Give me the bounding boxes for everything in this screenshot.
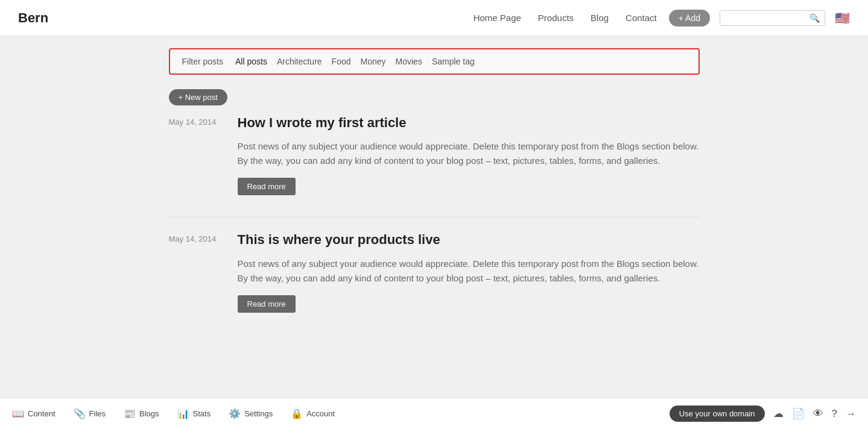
- upload-icon[interactable]: ☁: [773, 407, 784, 420]
- add-button[interactable]: + Add: [669, 10, 710, 27]
- account-nav[interactable]: 🔒 Account: [291, 408, 335, 419]
- post-date-2: May 14, 2014: [169, 232, 223, 312]
- files-icon: 📎: [74, 408, 86, 419]
- read-more-button-2[interactable]: Read more: [238, 295, 296, 313]
- help-icon[interactable]: ?: [832, 408, 837, 420]
- post-title-1[interactable]: How I wrote my first article: [238, 115, 700, 131]
- filter-sample-tag[interactable]: Sample tag: [432, 57, 475, 66]
- bottom-bar: 📖 Content 📎 Files 📰 Blogs 📊 Stats ⚙️ Set…: [0, 398, 868, 429]
- language-flag[interactable]: 🇺🇸: [835, 11, 850, 25]
- use-own-domain-button[interactable]: Use your own domain: [670, 406, 765, 422]
- filter-money[interactable]: Money: [361, 57, 386, 66]
- bottom-right: Use your own domain ☁ 📄 👁 ? →: [670, 406, 856, 422]
- post-date-1: May 14, 2014: [169, 115, 223, 195]
- account-icon: 🔒: [291, 408, 303, 419]
- filter-tags: All posts Architecture Food Money Movies…: [235, 57, 475, 66]
- read-more-button-1[interactable]: Read more: [238, 178, 296, 195]
- filter-architecture[interactable]: Architecture: [277, 57, 322, 66]
- post-title-2[interactable]: This is where your products live: [238, 232, 700, 248]
- post-body-2: This is where your products live Post ne…: [238, 232, 700, 312]
- file-icon[interactable]: 📄: [792, 407, 805, 420]
- filter-all-posts[interactable]: All posts: [235, 57, 267, 66]
- main-content: Filter posts All posts Architecture Food…: [0, 36, 868, 398]
- nav-links: Home Page Products Blog Contact: [474, 13, 657, 23]
- contact-link[interactable]: Contact: [626, 13, 657, 23]
- blogs-nav[interactable]: 📰 Blogs: [124, 408, 159, 419]
- stats-label: Stats: [193, 409, 211, 418]
- settings-nav[interactable]: ⚙️ Settings: [229, 408, 273, 419]
- filter-label: Filter posts: [182, 57, 223, 66]
- blog-link[interactable]: Blog: [591, 13, 609, 23]
- search-icon: 🔍: [809, 13, 820, 23]
- blog-post-1: May 14, 2014 How I wrote my first articl…: [169, 115, 700, 195]
- settings-label: Settings: [244, 409, 273, 418]
- filter-bar: Filter posts All posts Architecture Food…: [169, 48, 700, 75]
- search-input[interactable]: [725, 13, 809, 22]
- content-icon: 📖: [12, 408, 24, 419]
- stats-icon: 📊: [177, 408, 189, 419]
- home-page-link[interactable]: Home Page: [474, 13, 521, 23]
- blogs-label: Blogs: [139, 409, 159, 418]
- filter-movies[interactable]: Movies: [396, 57, 422, 66]
- site-logo: Bern: [18, 10, 48, 26]
- files-label: Files: [89, 409, 106, 418]
- files-nav[interactable]: 📎 Files: [74, 408, 106, 419]
- bottom-nav: 📖 Content 📎 Files 📰 Blogs 📊 Stats ⚙️ Set…: [12, 408, 670, 419]
- account-label: Account: [306, 409, 335, 418]
- post-excerpt-1: Post news of any subject your audience w…: [238, 139, 700, 168]
- stats-nav[interactable]: 📊 Stats: [177, 408, 211, 419]
- top-nav: Bern Home Page Products Blog Contact + A…: [0, 0, 868, 36]
- content-label: Content: [28, 409, 55, 418]
- blogs-icon: 📰: [124, 408, 136, 419]
- new-post-button[interactable]: + New post: [169, 89, 227, 105]
- blog-post-2: May 14, 2014 This is where your products…: [169, 232, 700, 312]
- settings-icon: ⚙️: [229, 408, 241, 419]
- content-nav[interactable]: 📖 Content: [12, 408, 55, 419]
- post-excerpt-2: Post news of any subject your audience w…: [238, 257, 700, 286]
- preview-icon[interactable]: 👁: [813, 408, 823, 420]
- post-body-1: How I wrote my first article Post news o…: [238, 115, 700, 195]
- logout-icon[interactable]: →: [846, 408, 856, 420]
- post-divider: [169, 217, 700, 218]
- filter-food[interactable]: Food: [332, 57, 351, 66]
- products-link[interactable]: Products: [538, 13, 574, 23]
- search-box: 🔍: [720, 10, 825, 26]
